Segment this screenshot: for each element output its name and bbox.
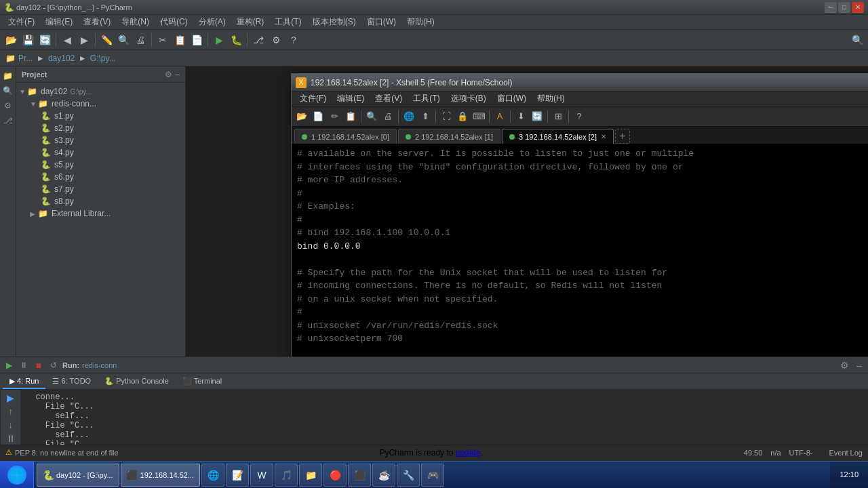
xshell-tb-lock[interactable]: 🔒	[455, 109, 470, 124]
tree-item-day102[interactable]: ▼ 📁 day102 G:\py...	[16, 85, 185, 98]
menu-edit[interactable]: 编辑(E)	[40, 15, 78, 29]
xshell-tb-fullscreen[interactable]: ⛶	[439, 109, 454, 124]
xshell-menu-tabs[interactable]: 选项卡(B)	[446, 92, 492, 106]
menu-code[interactable]: 代码(C)	[155, 15, 193, 29]
run-close-btn[interactable]: –	[853, 359, 865, 371]
taskbar-item-app3[interactable]: ☕	[372, 464, 395, 487]
toolbar-save-btn[interactable]: 💾	[20, 32, 36, 48]
xshell-tb-new[interactable]: 📄	[311, 109, 326, 124]
sidebar-settings-icon[interactable]: ⚙	[165, 70, 172, 79]
bottom-tab-terminal[interactable]: ⬛ Terminal	[176, 374, 229, 389]
taskbar-item-app2[interactable]: ⬛	[348, 464, 371, 487]
start-button[interactable]	[0, 462, 34, 489]
xshell-tb-sync[interactable]: 🔄	[530, 109, 545, 124]
menu-refactor[interactable]: 重构(R)	[231, 15, 270, 29]
xshell-tb-keyboard[interactable]: ⌨	[471, 109, 486, 124]
run-sidebar-down[interactable]: ↓	[3, 420, 18, 430]
bottom-tab-todo[interactable]: ☰ 6: TODO	[45, 374, 98, 389]
tree-item-s5[interactable]: 🐍 s5.py	[16, 159, 185, 171]
taskbar-clock[interactable]: 12:10	[834, 462, 864, 488]
taskbar-item-explorer[interactable]: 📁	[299, 464, 322, 487]
taskbar-item-pycharm[interactable]: 🐍 day102 - [G:\py...	[37, 464, 119, 487]
run-settings-btn[interactable]: ⚙	[838, 359, 850, 371]
toolbar-settings-btn[interactable]: ⚙	[268, 32, 284, 48]
menu-vcs[interactable]: 版本控制(S)	[307, 15, 361, 29]
toolbar-print-btn[interactable]: 🖨	[132, 32, 149, 48]
taskbar-item-app4[interactable]: 🔧	[397, 464, 420, 487]
toolbar-debug-btn[interactable]: 🐛	[228, 32, 244, 48]
xshell-tb-newfolder[interactable]: 📂	[294, 109, 309, 124]
taskbar-item-app1[interactable]: 🔴	[323, 464, 347, 487]
toolbar-search-btn[interactable]: 🔍	[115, 32, 132, 48]
run-sidebar-pause[interactable]: ⏸	[3, 433, 18, 444]
menu-tools[interactable]: 工具(T)	[269, 15, 307, 29]
toolbar-back-btn[interactable]: ◀	[59, 32, 75, 48]
toolbar-search-all-btn[interactable]: 🔍	[849, 32, 865, 48]
xshell-tb-edit[interactable]: ✏	[327, 109, 342, 124]
sidebar-hide-icon[interactable]: –	[175, 70, 180, 79]
left-btn-4[interactable]: ⎇	[1, 114, 15, 127]
tree-item-s6[interactable]: 🐍 s6.py	[16, 171, 185, 183]
menu-view[interactable]: 查看(V)	[78, 15, 116, 29]
run-sidebar-play[interactable]: ▶	[3, 392, 18, 403]
close-button[interactable]: ✕	[852, 2, 864, 13]
left-btn-1[interactable]: 📁	[1, 69, 15, 83]
tree-item-s2[interactable]: 🐍 s2.py	[16, 122, 185, 134]
toolbar-help-btn[interactable]: ?	[285, 32, 302, 48]
xshell-tb-find[interactable]: 🔍	[364, 109, 379, 124]
tree-item-s1[interactable]: 🐍 s1.py	[16, 110, 185, 122]
toolbar-run-btn[interactable]: ▶	[211, 32, 227, 48]
terminal-content[interactable]: # available on the server. It is possibl…	[292, 144, 868, 357]
xshell-tb-layout[interactable]: ⊞	[551, 109, 566, 124]
taskbar-item-word[interactable]: W	[250, 464, 273, 487]
menu-help[interactable]: 帮助(H)	[401, 15, 440, 29]
taskbar-item-media[interactable]: 🎵	[275, 464, 298, 487]
tree-item-s7[interactable]: 🐍 s7.py	[16, 183, 185, 195]
xshell-tab-3[interactable]: 3 192.168.14.52alex [2] ✕	[502, 129, 614, 144]
taskbar-item-app5[interactable]: 🎮	[421, 464, 444, 487]
tree-item-s8[interactable]: 🐍 s8.py	[16, 195, 185, 207]
tab-add-btn[interactable]: +	[615, 129, 630, 144]
menu-analyze[interactable]: 分析(A)	[193, 15, 231, 29]
xshell-menu-tools[interactable]: 工具(T)	[408, 92, 445, 106]
toolbar-paste-btn[interactable]: 📄	[189, 32, 205, 48]
xshell-menu-file[interactable]: 文件(F)	[294, 92, 332, 106]
maximize-button[interactable]: □	[838, 2, 850, 13]
xshell-menu-window[interactable]: 窗口(W)	[492, 92, 532, 106]
left-btn-3[interactable]: ⚙	[1, 99, 15, 113]
xshell-tab-1[interactable]: 1 192.168.14.52alex [0]	[294, 129, 397, 144]
taskbar-item-notepad[interactable]: 📝	[226, 464, 249, 487]
xshell-menu-edit[interactable]: 编辑(E)	[332, 92, 370, 106]
left-btn-2[interactable]: 🔍	[1, 84, 15, 98]
update-link[interactable]: update	[456, 448, 481, 458]
run-sidebar-up[interactable]: ↑	[3, 406, 18, 417]
toolbar-open-btn[interactable]: 📂	[3, 32, 19, 48]
tree-item-extlib[interactable]: ▶ 📁 External Librar...	[16, 207, 185, 220]
xshell-tb-sftp[interactable]: ⬇	[513, 109, 528, 124]
toolbar-cut-btn[interactable]: ✂	[155, 32, 171, 48]
taskbar-item-browser[interactable]: 🌐	[201, 464, 224, 487]
menu-file[interactable]: 文件(F)	[3, 15, 40, 29]
tree-item-redis[interactable]: ▼ 📁 redis-conn...	[16, 98, 185, 110]
xshell-menu-view[interactable]: 查看(V)	[370, 92, 408, 106]
run-rerun-btn[interactable]: ↺	[47, 359, 60, 371]
toolbar-vcs-btn[interactable]: ⎇	[250, 32, 267, 48]
toolbar-edit-btn[interactable]: ✏️	[98, 32, 115, 48]
run-stop-btn[interactable]: ■	[33, 359, 45, 371]
event-log-btn[interactable]: Event Log	[829, 449, 863, 457]
tree-item-s3[interactable]: 🐍 s3.py	[16, 134, 185, 146]
toolbar-copy-btn[interactable]: 📋	[172, 32, 188, 48]
xshell-tb-connect[interactable]: 🌐	[401, 109, 416, 124]
taskbar-item-xshell[interactable]: ⬛ 192.168.14.52...	[121, 464, 201, 487]
xshell-menu-help[interactable]: 帮助(H)	[532, 92, 570, 106]
toolbar-forward-btn[interactable]: ▶	[76, 32, 92, 48]
minimize-button[interactable]: ─	[825, 2, 837, 13]
run-play-btn[interactable]: ▶	[3, 359, 15, 371]
tree-item-s4[interactable]: 🐍 s4.py	[16, 146, 185, 159]
bottom-tab-console[interactable]: 🐍 Python Console	[98, 374, 176, 389]
xshell-tab-2[interactable]: 2 192.168.14.52alex [1]	[398, 129, 500, 144]
xshell-tb-color[interactable]: A	[492, 109, 507, 124]
menu-navigate[interactable]: 导航(N)	[116, 15, 155, 29]
xshell-tb-print[interactable]: 🖨	[380, 109, 395, 124]
menu-window[interactable]: 窗口(W)	[361, 15, 401, 29]
